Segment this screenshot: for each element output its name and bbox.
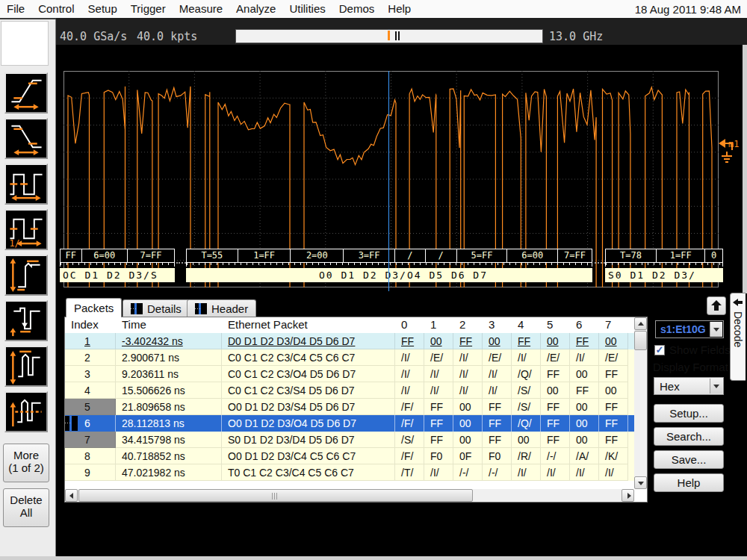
column-header-time[interactable]: Time: [116, 317, 222, 333]
marker-m1-icon[interactable]: m1: [718, 136, 743, 169]
cell-byte-0: /I/: [395, 366, 424, 382]
cell-packet: C0 C1 C2 C3/O4 D5 D6 D7: [222, 366, 395, 382]
menu-utilities[interactable]: Utilities: [282, 1, 332, 17]
column-header-2[interactable]: 2: [453, 317, 483, 333]
packet-row-1[interactable]: 1-3.402432 nsD0 D1 D2 D3/D4 D5 D6 D7FF00…: [65, 333, 634, 349]
packet-row-6[interactable]: 628.112813 nsO0 D1 D2 D3/O4 D5 D6 D7/F/F…: [65, 415, 634, 432]
decode-source-value: s1:Et10G: [660, 323, 706, 335]
setup-button[interactable]: Setup...: [654, 404, 724, 423]
base-measure-button[interactable]: .w{stroke:#fff;stroke-width:2;fill:none}…: [4, 300, 48, 341]
frequency-measure-button[interactable]: .w{stroke:#fff;stroke-width:2;fill:none}…: [4, 209, 48, 250]
menu-setup[interactable]: Setup: [81, 1, 124, 17]
cell-byte-5: FF: [541, 366, 570, 382]
menu-control[interactable]: Control: [31, 1, 81, 17]
column-header-1[interactable]: 1: [424, 317, 453, 333]
dropdown-arrow-icon: [710, 322, 722, 337]
decode-lanes: O0 D1 D2 D3/O4 D5 D6 D7: [186, 268, 592, 282]
cell-byte-0: /I/: [395, 349, 424, 366]
packet-row-7[interactable]: 734.415798 nsS0 D1 D2 D3/D4 D5 D6 D7/S/F…: [65, 432, 634, 448]
menu-help[interactable]: Help: [381, 1, 418, 17]
horizontal-scrollbar[interactable]: [65, 489, 634, 502]
datetime-label: 18 Aug 2011 9:48 AM: [635, 3, 747, 16]
memory-depth-label: 40.0 kpts: [137, 30, 197, 43]
packet-row-9[interactable]: 947.021982 nsT0 C1 C2 C3/C4 C5 C6 C7/T//…: [65, 464, 634, 481]
search-button[interactable]: Search...: [654, 427, 724, 446]
cell-byte-1: 00: [424, 333, 453, 349]
cell-byte-3: FF: [483, 432, 512, 448]
menu-analyze[interactable]: Analyze: [229, 1, 282, 17]
column-header-0[interactable]: 0: [395, 317, 424, 333]
fall-time-measure-button[interactable]: .w{stroke:#fff;stroke-width:2;fill:none}…: [4, 118, 48, 159]
more-button-sublabel: (1 of 2): [4, 461, 49, 474]
tab-header[interactable]: Header: [187, 299, 256, 317]
help-button[interactable]: Help: [654, 473, 724, 492]
decode-field: FF: [61, 249, 81, 262]
scroll-down-button[interactable]: [634, 476, 647, 489]
average-icon: .w{stroke:#fff;stroke-width:2;fill:none}…: [6, 393, 46, 431]
cell-byte-3: 00: [483, 333, 512, 349]
amplitude-measure-button[interactable]: .w{stroke:#fff;stroke-width:2;fill:none}…: [4, 255, 48, 296]
cell-byte-4: /I/: [512, 464, 541, 481]
cell-byte-4: /I/: [512, 349, 541, 366]
tab-label: Header: [211, 302, 248, 315]
horizontal-position-slider[interactable]: [235, 29, 543, 43]
scroll-up-button[interactable]: [634, 317, 647, 330]
cell-time: 47.021982 ns: [116, 464, 222, 481]
cell-byte-2: FF: [453, 333, 483, 349]
column-header-ethernet-packet[interactable]: Ethernet Packet: [222, 317, 395, 333]
menu-file[interactable]: File: [0, 1, 31, 17]
pulse-width-icon: .w{stroke:#fff;stroke-width:2;fill:none}…: [6, 165, 46, 203]
column-header-3[interactable]: 3: [483, 317, 512, 333]
vertical-scrollbar[interactable]: [634, 317, 647, 489]
collapse-panel-button[interactable]: [707, 296, 726, 315]
column-header-5[interactable]: 5: [541, 317, 570, 333]
menu-trigger[interactable]: Trigger: [124, 1, 173, 17]
pulse-width-measure-button[interactable]: .w{stroke:#fff;stroke-width:2;fill:none}…: [4, 164, 48, 205]
decode-source-select[interactable]: s1:Et10G: [655, 320, 724, 338]
cell-byte-4: FF: [512, 333, 541, 349]
packet-row-3[interactable]: 39.203611 nsC0 C1 C2 C3/O4 D5 D6 D7/I//I…: [65, 366, 634, 382]
rise-time-measure-button[interactable]: .w{stroke:#fff;stroke-width:2;fill:none}…: [4, 72, 48, 113]
menu-measure[interactable]: Measure: [173, 1, 229, 17]
show-fields-checkbox[interactable]: ✓: [654, 345, 665, 355]
packet-row-2[interactable]: 22.900671 nsC0 C1 C2 C3/C4 C5 C6 C7/I//E…: [65, 349, 634, 366]
selected-row-icon: [65, 416, 78, 431]
scroll-left-button[interactable]: [65, 489, 78, 502]
cell-packet: O0 D1 D2 D3/C4 C5 C6 C7: [222, 448, 395, 464]
display-format-value: Hex: [660, 380, 680, 393]
column-header-6[interactable]: 6: [570, 317, 599, 333]
packet-row-4[interactable]: 415.506626 nsC0 C1 C2 C3/S4 D5 D6 D7/I//…: [65, 382, 634, 399]
average-measure-button[interactable]: .w{stroke:#fff;stroke-width:2;fill:none}…: [4, 391, 48, 432]
top-measure-button[interactable]: .w{stroke:#fff;stroke-width:2;fill:none}…: [4, 346, 48, 387]
cell-byte-7: FF: [599, 415, 628, 432]
packet-row-8[interactable]: 840.718852 nsO0 D1 D2 D3/C4 C5 C6 C7/F/F…: [65, 448, 634, 464]
vertical-scroll-thumb[interactable]: [634, 331, 647, 350]
cell-byte-5: /E/: [541, 349, 570, 366]
column-header-7[interactable]: 7: [599, 317, 628, 333]
decode-fields: T=551=FF2=003=FF//5=FF6=007=FF: [186, 249, 592, 263]
decode-group-3: T=781=FF0S0 D1 D2 D3/: [605, 249, 723, 282]
tab-details[interactable]: Details: [123, 299, 190, 317]
slider-handle-glyph: [395, 31, 400, 40]
display-format-select[interactable]: Hex: [654, 377, 724, 395]
scroll-right-button[interactable]: [622, 489, 634, 502]
save-button[interactable]: Save...: [654, 450, 724, 469]
column-header-index[interactable]: Index: [65, 317, 116, 333]
time-cursor[interactable]: [388, 71, 389, 291]
column-header-4[interactable]: 4: [512, 317, 541, 333]
cell-byte-1: /E/: [424, 349, 453, 366]
decode-field: 1=FF: [238, 249, 291, 262]
frequency-icon: .w{stroke:#fff;stroke-width:2;fill:none}…: [6, 211, 46, 249]
more-button[interactable]: More (1 of 2): [3, 444, 49, 482]
display-format-label: Display Format: [653, 361, 728, 373]
menu-demos[interactable]: Demos: [332, 1, 382, 17]
cell-index: 9: [65, 464, 116, 481]
decode-side-tab[interactable]: Decode: [730, 293, 746, 381]
delete-all-button[interactable]: Delete All: [3, 488, 49, 527]
tab-packets[interactable]: Packets: [66, 298, 122, 317]
horizontal-scroll-thumb[interactable]: [78, 489, 473, 502]
decode-ruler: [60, 263, 175, 267]
tab-label: Packets: [74, 302, 114, 314]
cell-byte-0: /F/: [395, 415, 424, 432]
packet-row-5[interactable]: 521.809658 nsO0 D1 D2 D3/S4 D5 D6 D7/F/F…: [65, 399, 634, 415]
